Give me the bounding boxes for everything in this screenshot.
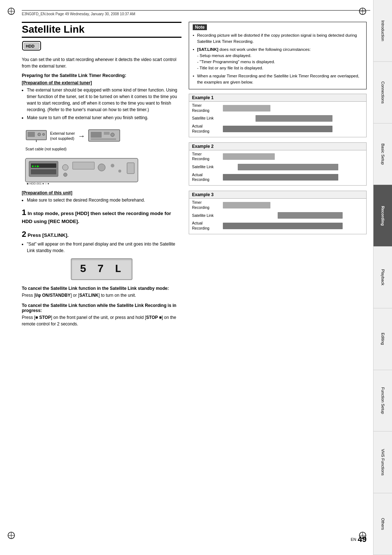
example-row: ActualRecording [192, 124, 363, 134]
sidebar-tab-connections[interactable]: Connections [373, 62, 392, 123]
list-item: Make sure to select the desired Recordin… [27, 197, 181, 203]
cancel-heading-2: To cancel the Satellite Link function wh… [22, 303, 181, 313]
row-label: ActualRecording [192, 173, 216, 182]
svg-rect-29 [31, 169, 56, 174]
examples-area: Example 1 TimerRecording Satellite Link [189, 94, 367, 234]
svg-rect-22 [104, 132, 110, 135]
bar-segment [223, 153, 274, 160]
bar-segment [238, 164, 338, 170]
tuner-diagram: External tuner(not supplied) → Scart ca [22, 125, 181, 151]
row-label: TimerRecording [192, 152, 216, 162]
hdd-icon: HDD [22, 40, 181, 53]
note-item-1: Recording picture will be distorted if t… [193, 32, 363, 45]
example-3-rows: TimerRecording Satellite Link [189, 199, 366, 234]
this-unit-list: Make sure to select the desired Recordin… [22, 197, 181, 203]
page-header: E3NG0FD_EN.book Page 49 Wednesday, Janua… [22, 10, 370, 16]
main-content: Satellite Link HDD You can set the unit … [22, 22, 367, 533]
right-column: Note Recording picture will be distorted… [189, 22, 367, 327]
right-sidebar: Introduction Connections Basic Setup Rec… [373, 0, 392, 555]
sidebar-tab-introduction[interactable]: Introduction [373, 0, 392, 62]
sidebar-tab-recording[interactable]: Recording [373, 185, 392, 247]
row-bar-area [216, 174, 363, 181]
example-row: Satellite Link [192, 114, 363, 122]
page-number: 49 [358, 535, 367, 544]
step-1-text: In stop mode, press [HDD] then select th… [22, 211, 171, 224]
example-row: Satellite Link [192, 211, 363, 219]
svg-rect-21 [91, 132, 102, 138]
row-bar-area [216, 153, 363, 160]
bar-segment [223, 126, 332, 132]
example-2-rows: TimerRecording Satellite Link [189, 150, 366, 186]
this-unit-heading: [Preparation of this unit] [22, 190, 181, 195]
svg-point-30 [62, 165, 68, 170]
sidebar-tab-playback[interactable]: Playback [373, 247, 392, 308]
list-item: "Sat" will appear on the front panel dis… [27, 241, 181, 254]
svg-rect-24 [91, 138, 116, 140]
svg-point-33 [98, 164, 105, 171]
svg-rect-36 [127, 163, 134, 174]
tuner-icon [25, 127, 47, 144]
row-label: ActualRecording [192, 124, 216, 134]
example-1-rows: TimerRecording Satellite Link [189, 102, 366, 137]
svg-text:■ HDD-001    ●  ○  ●: ■ HDD-001 ● ○ ● [27, 182, 49, 185]
row-bar-area [216, 223, 363, 229]
bar-segment [223, 223, 343, 229]
sidebar-tab-function-setup[interactable]: Function Setup [373, 370, 392, 432]
row-bar-area [216, 115, 363, 122]
step-2: 2 Press [SAT.LINK]. "Sat" will appear on… [22, 230, 181, 254]
corner-mark-bl [7, 531, 15, 540]
corner-mark-tl [7, 7, 15, 16]
row-label: Satellite Link [192, 213, 216, 218]
svg-point-31 [64, 173, 67, 177]
example-row: TimerRecording [192, 200, 363, 210]
row-bar-area [216, 126, 363, 132]
bar-segment [223, 105, 270, 112]
cancel-heading-1: To cancel the Satellite Link function in… [22, 286, 181, 291]
arrow-icon: → [78, 132, 85, 140]
row-label: Satellite Link [192, 165, 216, 170]
list-item: Make sure to turn off the external tuner… [27, 114, 181, 121]
example-row: ActualRecording [192, 173, 363, 182]
row-label: TimerRecording [192, 200, 216, 210]
page-number-area: EN 49 [22, 535, 367, 544]
row-bar-area [216, 105, 363, 112]
list-item: The external tuner should be equipped wi… [27, 87, 181, 113]
vcr-device-icon [88, 128, 121, 143]
external-tuner-label: External tuner(not supplied) [50, 131, 75, 141]
svg-point-18 [42, 133, 45, 135]
svg-rect-16 [28, 132, 35, 137]
cancel-text-2: Press [■ STOP] on the front panel of the… [22, 314, 181, 327]
scart-cable-label: Scart cable (not supplied) [25, 147, 66, 151]
example-row: TimerRecording [192, 152, 363, 162]
sidebar-tab-vhs-functions[interactable]: VHS Functions [373, 432, 392, 493]
sat-display: 5 7 L [71, 258, 132, 280]
note-box: Note Recording picture will be distorted… [189, 22, 367, 89]
step-2-text: Press [SAT.LINK]. [28, 232, 69, 238]
sat-display-container: 5 7 L [22, 258, 181, 280]
row-label: ActualRecording [192, 221, 216, 231]
step-2-number: 2 [22, 230, 26, 239]
note-list: Recording picture will be distorted if t… [193, 32, 363, 85]
row-bar-area [216, 212, 363, 219]
sidebar-tab-editing[interactable]: Editing [373, 308, 392, 370]
note-item-2: [SAT.LINK] does not work under the follo… [193, 46, 363, 72]
external-tuner-heading: [Preparation of the external tuner] [22, 80, 181, 85]
note-item-3: When a regular Timer Recording and the S… [193, 73, 363, 86]
cancel-block-1: To cancel the Satellite Link function in… [22, 286, 181, 299]
example-1-header: Example 1 [189, 94, 366, 102]
svg-point-34 [111, 164, 114, 167]
svg-text:■ ● ▶: ■ ● ▶ [32, 165, 40, 168]
header-text: E3NG0FD_EN.book Page 49 Wednesday, Janua… [22, 12, 135, 16]
sidebar-tab-basic-setup[interactable]: Basic Setup [373, 123, 392, 185]
step-1-number: 1 [22, 208, 26, 217]
step-1: 1 In stop mode, press [HDD] then select … [22, 208, 181, 225]
note-title: Note [193, 24, 207, 30]
svg-point-17 [38, 133, 41, 136]
sidebar-tab-others[interactable]: Others [373, 493, 392, 555]
sat-display-text: 5 7 L [80, 263, 123, 275]
svg-point-35 [118, 170, 121, 173]
svg-text:HDD: HDD [26, 44, 34, 48]
preparing-heading: Preparing for the Satellite Link Timer R… [22, 73, 181, 78]
vcr-sketch-area: ■ ● ▶ ■ HDD-001 ● ○ ● [22, 155, 181, 187]
example-1: Example 1 TimerRecording Satellite Link [189, 94, 367, 137]
